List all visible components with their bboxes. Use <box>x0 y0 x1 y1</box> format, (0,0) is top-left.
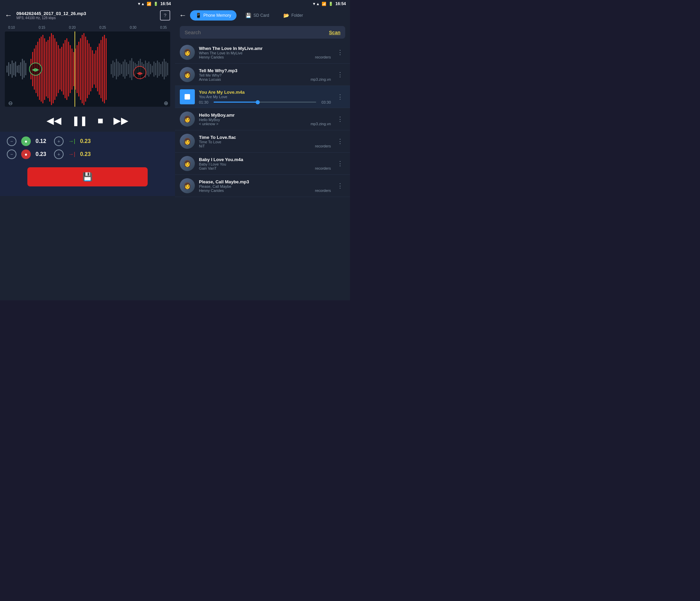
back-button-right[interactable]: ← <box>179 11 187 20</box>
svg-rect-31 <box>63 43 64 95</box>
svg-rect-55 <box>104 35 105 103</box>
more-button[interactable]: ⋮ <box>335 136 345 146</box>
signal-icon: ▼▲ <box>137 2 145 6</box>
arrow-to-marker-1[interactable]: →| <box>68 138 75 144</box>
svg-rect-53 <box>100 40 102 98</box>
song-source: recorders <box>315 188 331 193</box>
svg-rect-21 <box>46 42 47 96</box>
svg-rect-65 <box>119 63 120 75</box>
file-icon-button[interactable]: ? <box>160 10 170 21</box>
list-item[interactable]: 👩 Time To Love.flac Time To Love NiT rec… <box>175 130 350 153</box>
arrow-to-marker-2[interactable]: →| <box>68 151 75 157</box>
tab-folder[interactable]: 📂 Folder <box>278 10 308 21</box>
progress-thumb <box>256 100 260 104</box>
song-meta-row: Henny Carides recorders <box>199 188 331 193</box>
progress-bar[interactable] <box>214 102 316 103</box>
svg-rect-41 <box>80 38 81 100</box>
list-item[interactable]: 👩 Hello MyBoy.amr Hello MyBoy < unknow >… <box>175 108 350 130</box>
svg-rect-26 <box>54 38 55 100</box>
search-input[interactable] <box>185 29 326 35</box>
svg-rect-4 <box>13 63 14 75</box>
svg-rect-56 <box>106 38 107 100</box>
header-right: ← 📱 Phone Memory 💾 SD Card 📂 Folder <box>175 8 350 23</box>
svg-rect-7 <box>18 65 19 73</box>
list-item[interactable]: You Are My Love.m4a You Are My Love 01:3… <box>175 86 350 108</box>
waveform-svg: ◀▶ <box>5 31 170 107</box>
song-title: Time To Love.flac <box>199 135 331 140</box>
svg-rect-8 <box>20 62 21 76</box>
svg-rect-36 <box>71 49 72 90</box>
list-item[interactable]: 👩 Tell Me Why?.mp3 Tell Me Why? Anna Luc… <box>175 64 350 86</box>
ruler-mark-4: 0:25 <box>99 26 106 29</box>
edit-value-2: 0.23 <box>36 151 49 157</box>
ruler-mark-2: 0:15 <box>39 26 45 29</box>
svg-rect-25 <box>53 35 54 103</box>
more-button[interactable]: ⋮ <box>335 47 345 57</box>
avatar: 👩 <box>180 156 195 171</box>
avatar: 👩 <box>180 178 195 193</box>
plus-btn-1[interactable]: + <box>54 136 64 146</box>
marker-green-btn[interactable]: ● <box>21 136 31 146</box>
svg-rect-93 <box>167 63 168 75</box>
phone-icon: 📱 <box>196 13 201 18</box>
timeline-ruler: 0:10 0:15 0:20 0:25 0:30 0:35 <box>0 23 175 31</box>
save-icon: 💾 <box>82 172 93 182</box>
back-button-left[interactable]: ← <box>5 11 12 20</box>
svg-rect-90 <box>162 62 163 77</box>
more-button[interactable]: ⋮ <box>335 114 345 124</box>
svg-rect-91 <box>164 59 165 79</box>
stop-button[interactable]: ■ <box>98 115 104 126</box>
forward-button[interactable]: ▶▶ <box>113 115 129 126</box>
minus-btn-1[interactable]: − <box>7 136 16 146</box>
song-title: When The Love In MyLive.amr <box>199 46 331 51</box>
svg-rect-66 <box>121 64 122 74</box>
svg-rect-44 <box>85 37 86 102</box>
minus-btn-2[interactable]: − <box>7 149 16 159</box>
svg-rect-62 <box>114 62 115 76</box>
song-subtitle: Baby I Love You <box>199 162 331 166</box>
svg-rect-83 <box>150 64 151 74</box>
song-title: Tell Me Why?.mp3 <box>199 68 331 73</box>
pause-button[interactable]: ❚❚ <box>72 115 88 126</box>
svg-text:◀▶: ◀▶ <box>32 67 39 72</box>
svg-rect-63 <box>116 59 117 79</box>
list-item[interactable]: 👩 When The Love In MyLive.amr When The L… <box>175 41 350 64</box>
svg-rect-2 <box>10 64 11 74</box>
tab-phone-label: Phone Memory <box>203 13 231 18</box>
more-button[interactable]: ⋮ <box>335 69 345 80</box>
svg-rect-6 <box>17 66 18 73</box>
song-subtitle: When The Love In MyLive <box>199 51 331 55</box>
more-button[interactable]: ⋮ <box>335 181 345 191</box>
list-item[interactable]: 👩 Baby I Love You.m4a Baby I Love You Ga… <box>175 153 350 175</box>
svg-rect-42 <box>82 35 83 103</box>
more-button[interactable]: ⋮ <box>335 158 345 169</box>
tab-phone-memory[interactable]: 📱 Phone Memory <box>190 10 237 21</box>
search-bar: Scan <box>180 26 345 39</box>
song-title: Hello MyBoy.amr <box>199 113 331 118</box>
plus-btn-2[interactable]: + <box>54 149 64 159</box>
svg-rect-50 <box>95 50 96 88</box>
tab-sd-card[interactable]: 💾 SD Card <box>240 10 274 21</box>
sd-icon: 💾 <box>245 13 251 18</box>
more-button[interactable]: ⋮ <box>335 92 345 102</box>
song-details: Tell Me Why?.mp3 Tell Me Why? Anna Lucua… <box>199 68 331 81</box>
svg-rect-27 <box>56 42 57 96</box>
svg-rect-67 <box>123 62 124 77</box>
edit-controls: − ● 0.12 + →| 0.23 − ● 0.23 + →| <box>0 132 175 196</box>
song-artist: Gain VanT <box>199 166 217 170</box>
marker-red-btn[interactable]: ● <box>21 149 31 159</box>
svg-rect-29 <box>59 49 60 90</box>
svg-rect-49 <box>94 54 95 84</box>
list-item[interactable]: 👩 Please, Call Maybe.mp3 Please, Call Ma… <box>175 175 350 197</box>
save-button[interactable]: 💾 <box>27 167 148 186</box>
file-info: 0944262445_2017_03_12_26.mp3 MP3, 44100 … <box>16 11 156 20</box>
waveform-container[interactable]: ◀▶ <box>5 31 170 107</box>
scan-button[interactable]: Scan <box>329 30 340 35</box>
status-time-left: 16:54 <box>160 1 171 6</box>
svg-rect-1 <box>8 62 9 76</box>
status-bar-left: ▼▲ 📶 🔋 16:54 <box>0 0 175 8</box>
battery-icon: 🔋 <box>153 2 158 6</box>
svg-rect-54 <box>102 37 103 102</box>
svg-rect-20 <box>44 38 45 100</box>
rewind-button[interactable]: ◀◀ <box>46 115 62 126</box>
